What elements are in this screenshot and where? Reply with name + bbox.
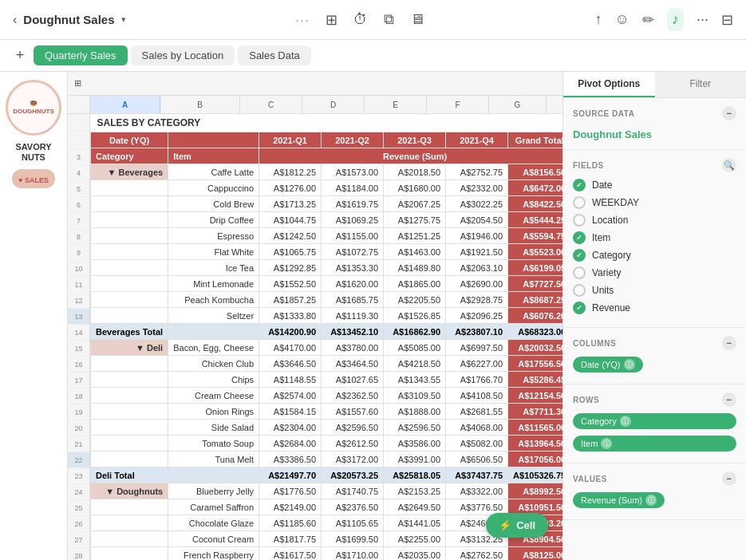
cell-button-label: Cell: [516, 519, 535, 531]
columns-date-info-icon[interactable]: ⓘ: [624, 359, 635, 370]
fields-header: FIELDS 🔍: [573, 158, 736, 172]
header-revenue: Revenue (Sum): [259, 148, 562, 164]
header-date: Date (YQ): [91, 132, 168, 148]
field-check-weekday[interactable]: [573, 196, 586, 209]
table-row: Caramel Saffron A$2149.00 A$2376.50 A$26…: [91, 499, 563, 515]
chevron-down-icon[interactable]: ▾: [121, 14, 126, 25]
tab-sales-data[interactable]: Sales Data: [238, 45, 311, 65]
source-name[interactable]: Doughnut Sales: [573, 128, 652, 140]
toolbar-format-icon[interactable]: ⊞: [74, 78, 81, 89]
right-panel: Pivot Options Filter SOURCE DATA − Dough…: [562, 72, 746, 560]
field-check-revenue[interactable]: ✓: [573, 302, 586, 314]
dots-icon[interactable]: ···: [296, 14, 310, 26]
values-revenue-pill[interactable]: Revenue (Sum) ⓘ: [573, 492, 665, 508]
share-icon[interactable]: ↑: [595, 11, 602, 28]
columns-date-label: Date (YQ): [581, 360, 621, 369]
field-check-date[interactable]: ✓: [573, 179, 586, 191]
field-variety: Variety: [573, 266, 736, 279]
back-icon[interactable]: ‹: [13, 13, 17, 27]
sheet-area: ⊞ A B C D E F G 3 4: [68, 72, 562, 560]
fields-search-icon[interactable]: 🔍: [722, 158, 736, 172]
field-label-date: Date: [592, 179, 612, 191]
columns-action-icon[interactable]: −: [722, 336, 736, 350]
clock-icon[interactable]: ⏱: [353, 11, 368, 28]
grid-icon[interactable]: ⊟: [721, 11, 733, 29]
tab-pivot-options[interactable]: Pivot Options: [563, 72, 655, 97]
pen-icon[interactable]: ✏: [642, 11, 654, 29]
table-body: 3 4 5 6 7 8 9 10 11 12 13 14 15 16 17 18: [68, 114, 562, 560]
values-action-icon[interactable]: −: [722, 471, 736, 486]
table-row: Cream Cheese A$2574.00 A$2362.50 A$3109.…: [91, 388, 563, 404]
top-bar-left: ‹ Doughnut Sales ▾: [13, 13, 126, 27]
copy-icon[interactable]: ⧉: [384, 11, 394, 28]
table-row: Cold Brew A$1713.25 A$1619.75 A$2067.25 …: [91, 196, 563, 212]
header-q1: 2021-Q1: [259, 132, 322, 148]
fields-section: FIELDS 🔍 ✓ Date WEEKDAY Location ✓ Item …: [563, 150, 746, 328]
field-check-location[interactable]: [573, 214, 586, 227]
values-section: VALUES − Revenue (Sum) ⓘ: [563, 463, 746, 520]
table-icon[interactable]: ⊞: [326, 11, 337, 29]
field-units: Units: [573, 284, 736, 297]
source-action-icon[interactable]: −: [722, 106, 736, 120]
values-header: VALUES −: [573, 471, 736, 486]
cell-float-button[interactable]: ⚡ Cell: [486, 513, 548, 538]
rows-category-info-icon[interactable]: ⓘ: [620, 416, 631, 427]
rows-category-pill[interactable]: Category ⓘ: [573, 413, 736, 429]
header-q4: 2021-Q4: [446, 132, 508, 148]
table-wrapper[interactable]: A B C D E F G 3 4 5 6 7 8: [68, 96, 562, 560]
header-grand-total: Grand Total: [508, 132, 562, 148]
deco-savory-text: SAVORYNUTS: [15, 142, 51, 163]
corner-cell: [68, 96, 90, 113]
field-location: Location: [573, 214, 736, 227]
top-bar-center: ··· ⊞ ⏱ ⧉ 🖥: [296, 11, 425, 29]
table-row: Mint Lemonade A$1552.50 A$1620.00 A$1865…: [91, 276, 563, 292]
field-label-units: Units: [592, 285, 614, 296]
display-icon[interactable]: 🖥: [410, 11, 424, 28]
table-row: Seltzer A$1333.80 A$1119.30 A$1526.85 A$…: [91, 308, 563, 324]
deco-sales-text: ♥ SALES: [18, 176, 49, 184]
table-row: Tuna Melt A$3386.50 A$3172.00 A$3991.00 …: [91, 452, 563, 467]
field-check-category[interactable]: ✓: [573, 249, 586, 262]
values-revenue-info-icon[interactable]: ⓘ: [645, 495, 657, 506]
left-decorative-panel: 🍩DOUGHNUTS SAVORYNUTS ♥ SALES: [0, 72, 68, 560]
tab-filter[interactable]: Filter: [655, 72, 747, 97]
field-category: ✓ Category: [573, 249, 736, 262]
tab-quarterly-sales[interactable]: Quarterly Sales: [34, 45, 128, 65]
top-bar: ‹ Doughnut Sales ▾ ··· ⊞ ⏱ ⧉ 🖥 ↑ ☺ ✏ ♪ ·…: [0, 0, 746, 40]
field-check-units[interactable]: [573, 284, 586, 297]
music-icon[interactable]: ♪: [667, 8, 684, 31]
col-header-d: D: [302, 96, 365, 113]
columns-date-pill[interactable]: Date (YQ) ⓘ: [573, 357, 643, 373]
rows-item-info-icon[interactable]: ⓘ: [601, 438, 612, 449]
header-q2: 2021-Q2: [322, 132, 384, 148]
rows-header: ROWS −: [573, 392, 736, 407]
field-label-weekday: WEEKDAY: [592, 197, 639, 208]
main-area: 🍩DOUGHNUTS SAVORYNUTS ♥ SALES ⊞ A B C D …: [0, 72, 746, 560]
table-row: ▼ Deli Bacon, Egg, Cheese A$4170.00 A$37…: [91, 340, 563, 356]
panel-tabs: Pivot Options Filter: [563, 72, 746, 98]
col-header-a: A: [90, 96, 160, 113]
beverages-total-row: Beverages Total A$14200.90 A$13452.10 A$…: [91, 324, 563, 340]
emoji-icon[interactable]: ☺: [615, 11, 630, 28]
table-row: ▼ Beverages Caffe Latte A$1812.25 A$1573…: [91, 164, 563, 180]
more-icon[interactable]: ···: [697, 11, 709, 28]
columns-header: COLUMNS −: [573, 336, 736, 350]
field-weekday: WEEKDAY: [573, 196, 736, 209]
rows-action-icon[interactable]: −: [722, 392, 736, 407]
add-tab-button[interactable]: +: [10, 45, 30, 66]
table-row: French Raspberry A$1617.50 A$1710.00 A$2…: [91, 547, 563, 561]
table-row: Ice Tea A$1292.85 A$1353.30 A$1489.80 A$…: [91, 260, 563, 276]
table-row: Peach Kombucha A$1857.25 A$1685.75 A$220…: [91, 292, 563, 308]
tab-sales-by-location[interactable]: Sales by Location: [131, 45, 235, 65]
row-num-3: 3: [68, 149, 89, 165]
deco-circle-text: 🍩DOUGHNUTS: [13, 100, 54, 116]
rows-item-pill[interactable]: Item ⓘ: [573, 436, 736, 452]
header-item: Item: [168, 148, 259, 164]
field-label-category: Category: [592, 250, 631, 261]
row-numbers: 3 4 5 6 7 8 9 10 11 12 13 14 15 16 17 18: [68, 114, 90, 560]
field-check-variety[interactable]: [573, 266, 586, 279]
field-check-item[interactable]: ✓: [573, 231, 586, 244]
deli-total-row: Deli Total A$21497.70 A$20573.25 A$25818…: [91, 467, 563, 483]
col-header-c: C: [240, 96, 302, 113]
col-header-e: E: [365, 96, 427, 113]
